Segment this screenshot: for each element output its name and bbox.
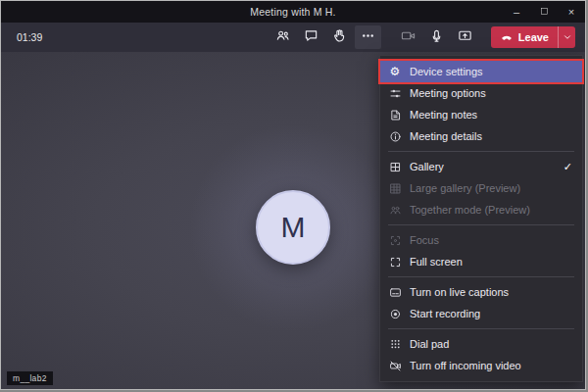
share-screen-button[interactable]: [452, 25, 478, 49]
info-icon: [380, 130, 410, 143]
menu-item-large-gallery: Large gallery (Preview): [380, 177, 582, 199]
menu-item-label: Meeting options: [410, 87, 486, 99]
menu-item-start-recording[interactable]: Start recording: [380, 303, 582, 324]
menu-item-together-mode: Together mode (Preview): [380, 199, 582, 220]
menu-item-label: Meeting details: [410, 130, 482, 142]
close-icon: ×: [568, 6, 574, 18]
menu-item-label: Full screen: [410, 256, 463, 268]
chat-icon: [304, 28, 318, 47]
focus-frame-icon: [380, 234, 410, 247]
menu-item-label: Together mode (Preview): [410, 204, 530, 216]
minimize-button[interactable]: –: [503, 1, 530, 23]
large-gallery-grid-icon: [380, 182, 410, 195]
menu-item-dial-pad[interactable]: Dial pad: [380, 333, 582, 355]
minimize-icon: –: [514, 6, 519, 18]
microphone-button[interactable]: [423, 25, 450, 49]
hang-up-icon: [500, 29, 514, 45]
menu-item-turn-off-incoming-video[interactable]: Turn off incoming video: [380, 355, 582, 376]
menu-item-label: Turn on live captions: [410, 286, 509, 298]
menu-item-label: Device settings: [410, 66, 483, 77]
menu-item-focus: Focus: [380, 229, 582, 251]
more-actions-button[interactable]: [355, 25, 381, 49]
menu-item-label: Large gallery (Preview): [410, 182, 520, 194]
menu-item-label: Gallery: [410, 161, 444, 172]
menu-divider: [388, 328, 574, 329]
together-people-icon: [380, 204, 410, 217]
meeting-timer: 01:39: [17, 31, 42, 43]
leave-button-group: Leave: [491, 26, 575, 48]
menu-item-gallery[interactable]: Gallery ✓: [380, 156, 582, 177]
gear-icon: ⚙: [380, 65, 410, 78]
menu-divider: [388, 224, 574, 225]
meeting-toolbar: 01:39 Leave: [1, 23, 585, 52]
more-actions-menu: ⚙ Device settings Meeting options Meetin…: [379, 55, 583, 382]
camera-button[interactable]: [395, 25, 421, 49]
leave-options-button[interactable]: [559, 26, 575, 48]
menu-item-meeting-options[interactable]: Meeting options: [380, 82, 582, 104]
machine-label: m__lab2: [7, 371, 53, 385]
menu-item-label: Focus: [410, 234, 439, 246]
fullscreen-icon: [380, 256, 410, 269]
raise-hand-button[interactable]: [326, 25, 353, 49]
menu-divider: [388, 276, 574, 277]
menu-item-meeting-details[interactable]: Meeting details: [380, 125, 582, 147]
menu-item-meeting-notes[interactable]: Meeting notes: [380, 104, 582, 125]
raise-hand-icon: [332, 28, 347, 47]
camera-icon: [401, 28, 416, 47]
menu-divider: [388, 151, 574, 152]
notes-icon: [380, 109, 410, 122]
participants-icon: [275, 28, 290, 47]
menu-item-full-screen[interactable]: Full screen: [380, 251, 582, 272]
leave-button[interactable]: Leave: [491, 26, 558, 48]
menu-item-label: Dial pad: [410, 338, 449, 350]
microphone-icon: [429, 28, 444, 47]
gallery-grid-icon: [380, 161, 410, 173]
share-screen-icon: [458, 28, 472, 47]
maximize-icon: [540, 6, 549, 18]
avatar: M: [256, 190, 330, 265]
check-icon: ✓: [564, 161, 572, 173]
participants-button[interactable]: [270, 25, 296, 49]
record-icon: [380, 308, 410, 320]
menu-item-live-captions[interactable]: Turn on live captions: [380, 281, 582, 303]
menu-item-label: Meeting notes: [410, 109, 477, 121]
title-bar: Meeting with M H. – ×: [1, 1, 585, 23]
window-controls: – ×: [503, 1, 585, 23]
window-title: Meeting with M H.: [83, 6, 503, 18]
avatar-initial: M: [281, 211, 306, 244]
menu-item-label: Start recording: [410, 308, 480, 319]
chat-button[interactable]: [298, 25, 324, 49]
close-button[interactable]: ×: [558, 1, 585, 23]
video-off-icon: [380, 360, 410, 372]
more-ellipsis-icon: [361, 28, 375, 47]
maximize-button[interactable]: [530, 1, 558, 23]
teams-meeting-window: Meeting with M H. – × 01:39: [0, 0, 586, 390]
leave-button-label: Leave: [518, 31, 549, 43]
sliders-icon: [380, 87, 410, 100]
menu-item-label: Turn off incoming video: [410, 360, 521, 371]
captions-icon: [380, 286, 410, 299]
chevron-down-icon: [563, 28, 572, 46]
dialpad-icon: [380, 338, 410, 351]
menu-item-device-settings[interactable]: ⚙ Device settings: [380, 61, 582, 82]
